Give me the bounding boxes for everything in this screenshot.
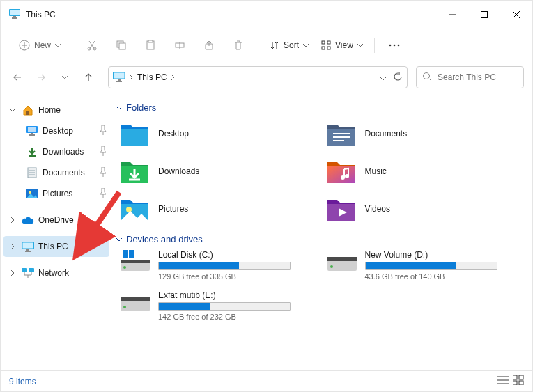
folder-music[interactable]: Music xyxy=(323,156,523,187)
svg-rect-50 xyxy=(29,268,34,272)
copy-button[interactable] xyxy=(109,34,134,56)
view-label: View xyxy=(335,40,353,50)
sidebar-item-this-pc[interactable]: This PC xyxy=(3,236,109,257)
folder-pictures[interactable]: Pictures xyxy=(116,194,316,224)
sidebar-item-network[interactable]: Network xyxy=(3,262,109,283)
pin-icon[interactable] xyxy=(100,146,107,158)
chevron-down-icon xyxy=(357,44,363,47)
forward-button[interactable] xyxy=(30,66,52,88)
separator xyxy=(72,38,72,53)
paste-button[interactable] xyxy=(138,34,163,56)
drive-d[interactable]: New Volume (D:) 43.6 GB free of 140 GB xyxy=(323,250,523,281)
new-button[interactable]: New xyxy=(15,37,65,54)
list-view-icon xyxy=(497,375,509,385)
tiles-view-button[interactable] xyxy=(513,375,524,387)
search-input[interactable] xyxy=(438,72,518,82)
svg-rect-3 xyxy=(12,17,17,19)
grid-view-icon xyxy=(513,375,524,385)
svg-point-26 xyxy=(398,45,400,47)
svg-point-76 xyxy=(123,306,126,308)
svg-rect-5 xyxy=(481,12,488,18)
view-button[interactable]: View xyxy=(317,38,367,53)
svg-rect-37 xyxy=(29,134,35,136)
section-label: Folders xyxy=(126,102,156,113)
refresh-button[interactable] xyxy=(393,72,403,84)
section-drives[interactable]: Devices and drives xyxy=(116,234,523,244)
folder-label: Downloads xyxy=(158,166,199,176)
desktop-folder-icon xyxy=(121,121,148,146)
rename-button[interactable] xyxy=(167,34,192,56)
sidebar-item-desktop[interactable]: Desktop xyxy=(3,120,109,141)
section-label: Devices and drives xyxy=(126,234,203,244)
sidebar-item-label: Desktop xyxy=(43,126,73,136)
home-icon xyxy=(22,104,34,116)
maximize-button[interactable] xyxy=(468,1,500,29)
svg-point-11 xyxy=(88,47,91,50)
sidebar-item-home[interactable]: Home xyxy=(3,100,109,120)
delete-button[interactable] xyxy=(226,34,251,56)
drive-e[interactable]: Exfat mutib (E:) 142 GB free of 232 GB xyxy=(116,290,316,321)
sidebar-item-downloads[interactable]: Downloads xyxy=(3,141,109,162)
pin-icon[interactable] xyxy=(100,167,107,179)
sidebar-item-pictures[interactable]: Pictures xyxy=(3,183,109,204)
arrow-up-icon xyxy=(84,72,93,82)
item-count: 9 items xyxy=(9,377,36,386)
chevron-right-icon[interactable] xyxy=(8,270,17,276)
search-box[interactable] xyxy=(416,66,524,88)
sidebar-item-documents[interactable]: Documents xyxy=(3,162,109,183)
folder-downloads[interactable]: Downloads xyxy=(116,156,316,187)
drive-c[interactable]: Local Disk (C:) 129 GB free of 335 GB xyxy=(116,250,316,281)
refresh-icon xyxy=(393,72,403,81)
address-bar[interactable]: This PC xyxy=(108,66,408,88)
separator xyxy=(374,38,375,53)
pin-icon[interactable] xyxy=(100,188,107,200)
details-view-button[interactable] xyxy=(497,375,509,387)
share-button[interactable] xyxy=(196,34,222,56)
svg-point-12 xyxy=(93,47,96,50)
svg-rect-2 xyxy=(13,16,16,17)
folder-label: Videos xyxy=(365,204,390,214)
pictures-folder-icon xyxy=(121,196,148,221)
folder-label: Pictures xyxy=(158,204,188,214)
svg-rect-70 xyxy=(129,256,134,258)
close-button[interactable] xyxy=(500,1,532,29)
more-button[interactable] xyxy=(382,34,407,56)
svg-rect-65 xyxy=(121,260,150,263)
sort-button[interactable]: Sort xyxy=(265,38,313,53)
svg-rect-58 xyxy=(327,166,355,183)
recent-button[interactable] xyxy=(54,66,76,88)
chevron-right-icon[interactable] xyxy=(8,217,17,223)
svg-rect-72 xyxy=(327,257,357,261)
documents-folder-icon xyxy=(327,121,355,146)
pin-icon[interactable] xyxy=(100,125,107,137)
os-drive-icon xyxy=(121,250,150,271)
back-button[interactable] xyxy=(6,66,29,88)
pictures-icon xyxy=(26,189,38,198)
drive-usage-bar xyxy=(158,262,291,270)
sidebar-item-label: Home xyxy=(38,105,61,115)
minimize-button[interactable] xyxy=(436,1,468,29)
svg-rect-33 xyxy=(26,111,29,115)
breadcrumb-root[interactable]: This PC xyxy=(137,72,167,82)
chevron-right-icon[interactable] xyxy=(8,244,17,249)
cut-button[interactable] xyxy=(79,34,105,56)
folder-documents[interactable]: Documents xyxy=(323,118,523,149)
drive-label: New Volume (D:) xyxy=(365,250,497,260)
svg-point-44 xyxy=(29,191,31,194)
documents-icon xyxy=(26,167,38,178)
sidebar-item-onedrive[interactable]: OneDrive xyxy=(3,210,109,230)
svg-rect-14 xyxy=(119,43,125,49)
section-folders[interactable]: Folders xyxy=(116,102,523,113)
svg-rect-46 xyxy=(23,243,33,249)
svg-rect-68 xyxy=(129,250,134,256)
drive-label: Local Disk (C:) xyxy=(158,250,291,260)
folder-desktop[interactable]: Desktop xyxy=(116,118,316,149)
clipboard-icon xyxy=(145,40,156,51)
chevron-down-icon[interactable] xyxy=(380,72,386,82)
svg-point-31 xyxy=(424,72,430,79)
svg-rect-20 xyxy=(322,41,325,44)
arrow-right-icon xyxy=(36,72,46,82)
folder-videos[interactable]: Videos xyxy=(323,194,523,224)
up-button[interactable] xyxy=(77,66,100,88)
chevron-down-icon[interactable] xyxy=(8,109,17,111)
